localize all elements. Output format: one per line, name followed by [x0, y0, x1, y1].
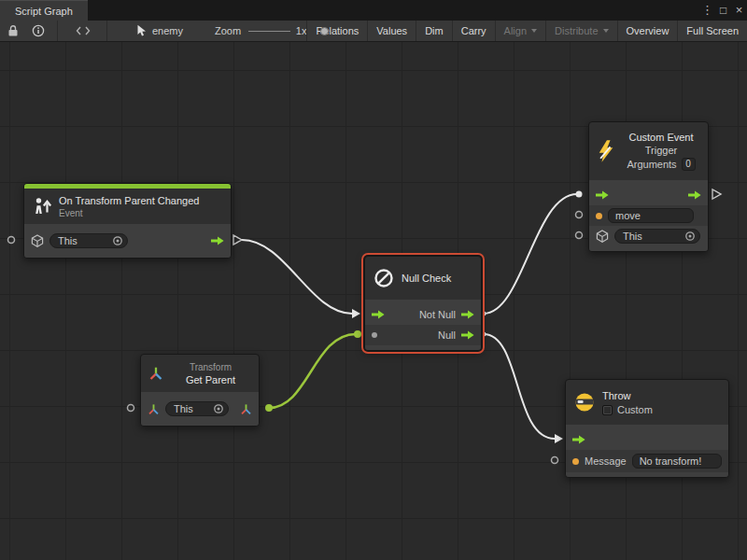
- gameobject-cube-icon: [31, 234, 44, 247]
- value-input-dot[interactable]: [372, 332, 377, 338]
- zoom-slider-handle[interactable]: [320, 27, 329, 35]
- transform-axes-icon: [148, 403, 160, 415]
- arguments-label: Arguments: [627, 157, 676, 172]
- cursor-icon: [136, 24, 148, 37]
- port-row-name: move: [589, 205, 708, 226]
- message-value: No transform!: [640, 455, 702, 467]
- zoom-slider-track: [248, 31, 290, 32]
- script-graph-window: Script Graph ⋮ □ × enemy Zoom 1x Relatio…: [0, 0, 747, 560]
- node-throw[interactable]: Throw Custom Message No transform!: [565, 379, 729, 478]
- tabbar-spacer: [88, 0, 699, 21]
- node-header[interactable]: On Transform Parent Changed Event: [24, 189, 231, 224]
- port-label: Not Null: [419, 309, 456, 320]
- window-close-icon[interactable]: ×: [731, 0, 747, 21]
- throw-icon: [573, 391, 596, 413]
- flow-input-arrow-icon[interactable]: [596, 190, 609, 200]
- window-menu-icon[interactable]: ⋮: [699, 0, 715, 21]
- node-header[interactable]: Null Check: [365, 257, 481, 300]
- node-title: Get Parent: [186, 373, 235, 386]
- flow-output-arrow-icon[interactable]: [461, 330, 474, 340]
- info-icon: [32, 24, 45, 37]
- lock-icon: [7, 24, 19, 37]
- flow-output-arrow-icon[interactable]: [211, 236, 224, 245]
- node-title: On Transform Parent Changed: [59, 194, 199, 207]
- message-input[interactable]: No transform!: [632, 454, 722, 469]
- toolbar-separator: [106, 21, 107, 41]
- transform-parent-changed-icon: [32, 196, 52, 217]
- port-row-flow: [566, 429, 728, 450]
- custom-checkbox-label: Custom: [617, 404, 653, 415]
- target-picker-icon[interactable]: [112, 235, 123, 246]
- edit-source-button[interactable]: [71, 21, 95, 41]
- target-dropdown[interactable]: This: [614, 229, 700, 244]
- tab-bar: Script Graph ⋮ □ ×: [0, 0, 747, 21]
- custom-checkbox[interactable]: [602, 405, 613, 415]
- window-maximize-icon[interactable]: □: [715, 0, 731, 21]
- chevron-down-icon: [531, 29, 537, 33]
- value-input-dot[interactable]: [596, 213, 602, 219]
- node-title: Null Check: [402, 272, 451, 285]
- flow-input-arrow-icon[interactable]: [572, 435, 585, 444]
- zoom-value: 1x: [296, 25, 307, 36]
- target-value: This: [623, 231, 642, 242]
- toolbar-separator: [57, 21, 58, 41]
- node-header[interactable]: Throw Custom: [566, 380, 728, 425]
- node-on-transform-parent-changed[interactable]: On Transform Parent Changed Event This: [23, 183, 232, 259]
- transform-axes-icon: [148, 366, 163, 381]
- graph-name: enemy: [152, 25, 183, 36]
- arguments-count-field[interactable]: 0: [682, 158, 696, 171]
- event-name-input[interactable]: move: [608, 208, 694, 223]
- node-header[interactable]: Transform Get Parent: [141, 355, 259, 392]
- zoom-label: Zoom: [215, 25, 241, 36]
- overview-button[interactable]: Overview: [617, 21, 678, 41]
- node-null-check[interactable]: Null Check Not Null Null: [364, 256, 482, 351]
- transform-output-icon[interactable]: [240, 403, 252, 415]
- tab-title: Script Graph: [15, 6, 73, 17]
- code-icon: [76, 26, 91, 35]
- tab-script-graph[interactable]: Script Graph: [0, 0, 88, 21]
- port-row-flow: [589, 185, 708, 205]
- dim-button[interactable]: Dim: [416, 21, 452, 41]
- node-title: Custom Event: [628, 131, 693, 144]
- node-subtitle: Event: [59, 207, 199, 219]
- node-trigger-custom-event[interactable]: Custom Event Trigger Arguments 0 move: [588, 121, 709, 252]
- node-category: Transform: [190, 361, 232, 373]
- flow-output-arrow-icon[interactable]: [688, 190, 701, 200]
- null-check-icon: [373, 267, 395, 289]
- align-button[interactable]: Align: [495, 21, 545, 41]
- node-title: Throw: [602, 389, 653, 402]
- port-row-message: Message No transform!: [566, 450, 728, 472]
- event-name-value: move: [615, 210, 641, 221]
- target-picker-icon[interactable]: [213, 403, 224, 414]
- flow-input-arrow-icon[interactable]: [372, 310, 385, 319]
- relations-button[interactable]: Relations: [306, 21, 367, 41]
- chevron-down-icon: [603, 29, 609, 33]
- value-input-dot[interactable]: [572, 458, 579, 465]
- port-row-target: This: [141, 397, 259, 421]
- carry-button[interactable]: Carry: [452, 21, 495, 41]
- zoom-slider[interactable]: [248, 21, 290, 42]
- message-label: Message: [585, 455, 627, 467]
- inspect-button[interactable]: [27, 21, 49, 41]
- values-button[interactable]: Values: [367, 21, 416, 41]
- distribute-button[interactable]: Distribute: [545, 21, 616, 41]
- port-label: Null: [438, 329, 456, 341]
- target-dropdown[interactable]: This: [165, 401, 229, 416]
- lock-button[interactable]: [3, 21, 23, 41]
- gameobject-cube-icon: [596, 230, 609, 243]
- graph-breadcrumb[interactable]: enemy: [136, 21, 183, 41]
- target-picker-icon[interactable]: [684, 231, 696, 242]
- fullscreen-button[interactable]: Full Screen: [677, 21, 747, 41]
- port-row-target: This: [24, 229, 231, 253]
- node-get-parent[interactable]: Transform Get Parent This: [140, 354, 260, 427]
- node-subtitle: Trigger: [645, 144, 677, 157]
- flow-output-arrow-icon[interactable]: [461, 310, 474, 319]
- node-header[interactable]: Custom Event Trigger Arguments 0: [589, 122, 708, 180]
- target-value: This: [58, 235, 78, 246]
- custom-event-bolt-icon: [597, 139, 615, 163]
- target-value: This: [174, 403, 193, 414]
- target-dropdown[interactable]: This: [49, 233, 128, 248]
- port-row-target: This: [589, 226, 708, 246]
- toolbar-buttons: Relations Values Dim Carry Align Distrib…: [306, 21, 747, 41]
- port-row-null: Null: [365, 325, 481, 345]
